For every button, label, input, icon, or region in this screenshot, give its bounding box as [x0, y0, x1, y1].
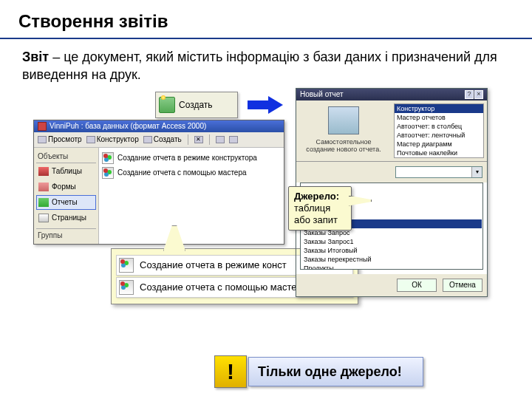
- db-titlebar: VinniPuh : база данных (формат Access 20…: [34, 120, 284, 132]
- wizard-icon: [102, 152, 114, 164]
- database-window: VinniPuh : база данных (формат Access 20…: [33, 120, 284, 245]
- arrow-icon: [248, 98, 284, 112]
- content-row-design[interactable]: Создание отчета в режиме конструктора: [102, 151, 281, 166]
- exclamation-icon: !: [214, 355, 247, 388]
- nav-item-forms[interactable]: Формы: [36, 180, 96, 194]
- source-combo[interactable]: ▾: [395, 166, 482, 178]
- list-item[interactable]: Заказы Итоговый: [301, 246, 482, 255]
- create-button-callout: Создать: [155, 92, 238, 118]
- source-body2: або запит: [294, 214, 338, 225]
- open-icon: [38, 136, 47, 143]
- db-icon: [38, 122, 47, 131]
- db-title: VinniPuh : база данных (формат Access 20…: [50, 122, 206, 130]
- tables-icon: [38, 167, 49, 176]
- new-icon: [159, 97, 175, 113]
- dialog-title: Новый отчет: [300, 90, 344, 99]
- toolbar-open[interactable]: Просмотр: [38, 135, 82, 143]
- ok-button[interactable]: ОК: [397, 279, 437, 292]
- report-type-list[interactable]: КонструкторМастер отчетовАвтоотчет: в ст…: [394, 103, 484, 158]
- report-preview-icon: [328, 106, 359, 134]
- alert-box: ! Тільки одне джерело!: [214, 355, 423, 388]
- db-nav: Объекты Таблицы Формы Отчеты Страницы Гр…: [34, 148, 99, 244]
- help-icon[interactable]: ?: [465, 90, 474, 99]
- reports-icon: [38, 198, 49, 207]
- delete-icon[interactable]: ✕: [194, 136, 203, 143]
- toolbar-new-icon: [143, 136, 152, 143]
- toolbar-design[interactable]: Конструктор: [86, 135, 139, 143]
- create-label: Создать: [179, 100, 213, 110]
- forms-icon: [38, 183, 49, 191]
- nav-item-tables[interactable]: Таблицы: [36, 164, 96, 179]
- separator: [188, 134, 188, 145]
- wizard-icon: [119, 280, 134, 295]
- list-item[interactable]: Автоотчет: ленточный: [395, 131, 483, 140]
- db-content: Создание отчета в режиме конструктора Со…: [99, 148, 284, 244]
- list-item[interactable]: Продукты: [301, 264, 482, 270]
- intro-term: Звіт: [22, 50, 49, 64]
- list-item[interactable]: Почтовые наклейки: [395, 149, 483, 157]
- list-item[interactable]: Мастер диаграмм: [395, 140, 483, 149]
- dialog-caption: Самостоятельное создание нового отчета.: [302, 138, 385, 154]
- view-large-icon[interactable]: [216, 136, 225, 143]
- intro-text: Звіт – це документ, який містить інформа…: [0, 39, 532, 92]
- list-item[interactable]: Автоотчет: в столбец: [395, 122, 483, 131]
- nav-groups: Группы: [36, 228, 96, 242]
- nav-item-pages[interactable]: Страницы: [36, 211, 96, 225]
- design-icon: [86, 136, 95, 143]
- intro-rest: – це документ, який містить інформацію з…: [22, 50, 497, 82]
- nav-heading: Объекты: [36, 150, 96, 163]
- chevron-down-icon[interactable]: ▾: [471, 167, 482, 177]
- page-title: Створення звітів: [0, 0, 532, 39]
- wizard-icon: [119, 258, 134, 273]
- view-list-icon[interactable]: [229, 136, 238, 143]
- wizard-icon: [102, 167, 114, 179]
- list-item[interactable]: Мастер отчетов: [395, 113, 483, 122]
- source-callout: Джерело: таблиця або запит: [288, 186, 352, 231]
- db-toolbar: Просмотр Конструктор Создать ✕: [34, 132, 284, 148]
- list-item[interactable]: Конструктор: [395, 104, 483, 113]
- list-item[interactable]: Заказы перекрестный: [301, 255, 482, 264]
- source-head: Джерело:: [294, 191, 339, 202]
- pages-icon: [38, 214, 49, 222]
- list-item[interactable]: Заказы Запрос1: [301, 237, 482, 246]
- source-body1: таблиця: [294, 202, 330, 214]
- separator: [209, 134, 210, 145]
- cancel-button[interactable]: Отмена: [443, 279, 482, 292]
- close-icon[interactable]: ×: [474, 90, 483, 99]
- nav-item-reports[interactable]: Отчеты: [36, 195, 96, 210]
- toolbar-new[interactable]: Создать: [143, 135, 182, 143]
- content-row-wizard[interactable]: Создание отчета с помощью мастера: [102, 166, 281, 180]
- alert-text: Тільки одне джерело!: [248, 357, 423, 386]
